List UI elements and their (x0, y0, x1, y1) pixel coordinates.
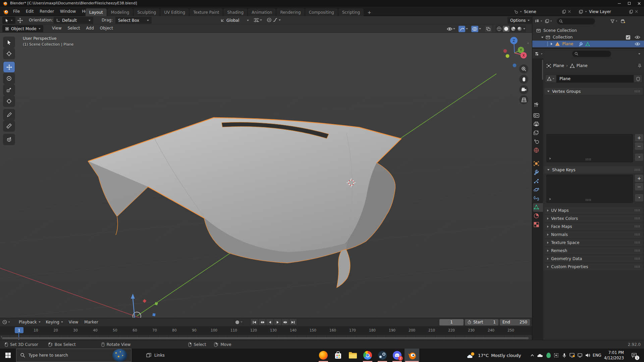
panel-face-maps[interactable]: Face Maps (544, 223, 643, 230)
tab-output[interactable] (533, 121, 539, 127)
outliner-filter-button[interactable] (610, 19, 618, 23)
workspace-tab-uv-editing[interactable]: UV Editing (160, 8, 189, 16)
tray-onedrive-icon[interactable] (536, 349, 544, 362)
tab-constraints[interactable] (533, 196, 539, 201)
timeline-menu-marker[interactable]: Marker (81, 320, 101, 324)
tab-object[interactable] (533, 161, 539, 166)
menu-edit[interactable]: Edit (23, 9, 37, 14)
tab-world[interactable] (533, 147, 539, 153)
shading-rendered-icon[interactable] (517, 26, 522, 32)
show-gizmo-eye-icon[interactable] (447, 27, 452, 31)
shading-wireframe-icon[interactable] (496, 26, 502, 32)
shape-keys-list[interactable] (546, 175, 633, 203)
tool-annotate[interactable] (3, 109, 15, 120)
taskbar-app-discord[interactable]: 2 (390, 349, 405, 362)
perspective-toggle-button[interactable] (519, 95, 528, 104)
fake-user-shield-button[interactable] (634, 75, 642, 83)
active-tool-button[interactable] (2, 17, 15, 24)
new-collection-button[interactable] (621, 19, 626, 23)
tray-volume-icon[interactable] (584, 349, 592, 362)
prev-keyframe-button[interactable] (259, 319, 266, 325)
timeline-menu-keying[interactable]: Keying (46, 320, 63, 324)
transform-orientation-dropdown[interactable]: Global (218, 17, 252, 24)
object-visibility-eye-icon[interactable] (635, 42, 640, 46)
panel-divider[interactable] (532, 48, 644, 49)
taskbar-app-store[interactable] (331, 349, 345, 362)
tray-network-icon[interactable] (576, 349, 584, 362)
minimize-button[interactable] (614, 0, 624, 7)
links-toolbar[interactable]: Links (146, 353, 165, 358)
breadcrumb-object-label[interactable]: Plane (553, 63, 564, 68)
orientation-dropdown[interactable]: Default (54, 17, 93, 24)
mode-dropdown[interactable]: Object Mode (2, 25, 43, 32)
tray-display-notification-icon[interactable] (568, 349, 576, 362)
snap-dropdown[interactable] (260, 19, 262, 21)
timeline-menu-playback[interactable]: Playback (19, 320, 41, 324)
shape-key-specials-button[interactable] (635, 194, 643, 201)
hood-mesh-object[interactable] (88, 118, 401, 288)
tab-tool[interactable] (533, 102, 539, 108)
drag-dropdown[interactable]: Select Box (115, 17, 152, 24)
outliner-row-plane[interactable]: │ Plane (532, 41, 644, 47)
add-workspace-button[interactable]: + (364, 10, 374, 15)
falloff-dropdown[interactable] (279, 19, 281, 21)
start-button[interactable] (0, 349, 16, 362)
shape-key-remove-button[interactable]: − (635, 183, 643, 190)
gizmo-neg-y[interactable] (506, 54, 509, 58)
shading-material-icon[interactable] (511, 26, 516, 32)
tray-green-app-icon[interactable] (545, 349, 552, 362)
view-layer-selector[interactable]: View Layer (576, 8, 641, 15)
vertex-group-remove-button[interactable]: − (635, 142, 643, 150)
zoom-button[interactable] (519, 64, 528, 73)
frame-start-field[interactable]: Start 1 (465, 319, 498, 325)
frame-end-field[interactable]: End 250 (500, 319, 530, 325)
properties-editor-type[interactable] (535, 52, 543, 56)
sidebar-collapse-icon[interactable]: ‹ (527, 41, 529, 45)
panel-geometry-data[interactable]: Geometry Data (544, 255, 643, 262)
outliner-row-scene-collection[interactable]: Scene Collection (536, 27, 644, 34)
tool-add-primitive[interactable] (3, 134, 15, 145)
workspace-tab-modeling[interactable]: Modeling (107, 8, 133, 16)
list-resize-icon[interactable] (550, 198, 551, 200)
taskbar-app-steam[interactable] (375, 349, 390, 362)
workspace-tab-rendering[interactable]: Rendering (276, 8, 304, 16)
maximize-button[interactable] (624, 0, 634, 7)
overlays-toggle[interactable] (471, 26, 478, 32)
panel-normals[interactable]: Normals (544, 231, 643, 238)
action-center-button[interactable]: 1 (629, 349, 640, 362)
tab-material[interactable] (533, 213, 539, 219)
proportional-editing-icon[interactable] (267, 17, 272, 22)
mesh-name-input[interactable]: Plane (556, 75, 634, 83)
tool-measure[interactable] (3, 121, 15, 131)
taskbar-app-firefox[interactable] (316, 349, 331, 362)
collection-checkbox[interactable] (626, 35, 630, 40)
vertex-group-add-button[interactable]: + (635, 134, 643, 141)
gizmos-dropdown[interactable] (466, 28, 468, 29)
collection-visibility-eye-icon[interactable] (635, 35, 640, 39)
navigation-gizmo[interactable]: Z Y X (500, 36, 531, 68)
scene-selector[interactable]: Scene (511, 8, 574, 15)
auto-key-record-button[interactable] (235, 320, 239, 324)
tray-language[interactable]: ENG (592, 349, 602, 362)
proportional-falloff-icon[interactable] (273, 17, 278, 22)
taskbar-app-chrome[interactable] (360, 349, 375, 362)
shape-key-add-button[interactable]: + (635, 175, 643, 182)
camera-view-button[interactable] (519, 85, 528, 94)
panel-vertex-groups-header[interactable]: Vertex Groups (544, 88, 643, 95)
search-highlight-globe[interactable] (112, 349, 127, 362)
outliner-search-input[interactable] (557, 18, 595, 24)
outliner-display-mode[interactable] (535, 19, 542, 23)
tab-particles[interactable] (533, 178, 539, 184)
collection-expand-icon[interactable] (541, 37, 544, 38)
vertex-groups-list[interactable] (546, 134, 633, 162)
weather-widget[interactable]: 17°C Mostly cloudy (467, 349, 521, 362)
tray-clock[interactable]: 7:01 PM 4/12/2023 (604, 350, 624, 361)
snap-magnet-icon[interactable] (254, 17, 259, 22)
tray-snip-icon[interactable] (552, 349, 560, 362)
menu-window[interactable]: Window (57, 9, 79, 14)
workspace-tab-shading[interactable]: Shading (223, 8, 247, 16)
menu-view[interactable]: View (49, 26, 64, 31)
panel-remesh[interactable]: Remesh (544, 247, 643, 254)
tool-scale[interactable] (3, 84, 15, 95)
auto-key-dropdown[interactable] (240, 321, 243, 323)
